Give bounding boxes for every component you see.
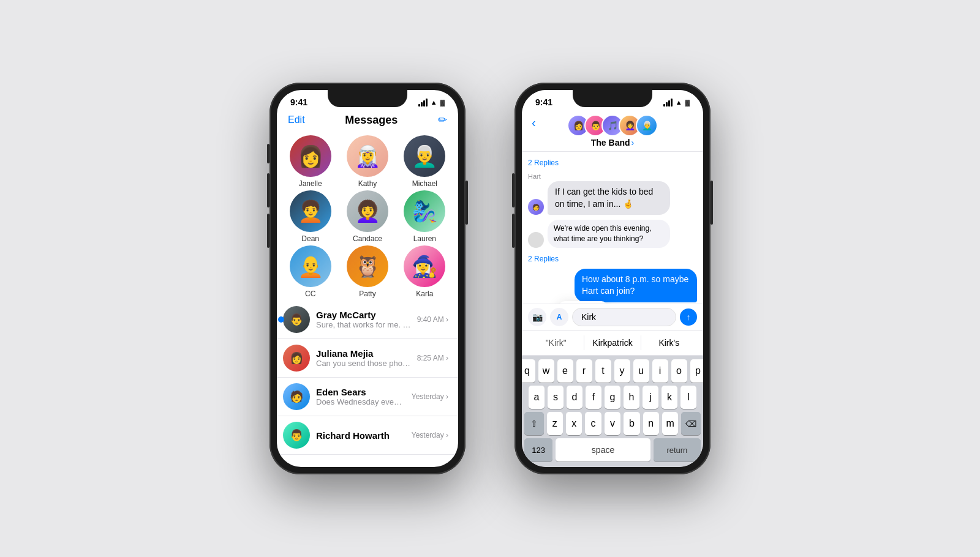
compose-button[interactable]: ✏ xyxy=(438,113,447,127)
phone-1: 9:41 ▲ ▓ Edit Messag xyxy=(270,83,466,474)
mute-button-2[interactable] xyxy=(512,214,514,248)
message-time-eden: Yesterday › xyxy=(412,392,448,401)
return-key[interactable]: return xyxy=(654,438,701,462)
pinned-item-michael[interactable]: 👨‍🦳 Michael xyxy=(398,135,452,188)
message-item-eden[interactable]: 🧑 Eden Sears Does Wednesday evening work… xyxy=(277,378,458,416)
message-content-juliana: Juliana Mejia Can you send those photos? xyxy=(316,348,411,368)
group-name: The Band xyxy=(591,138,630,148)
mute-button[interactable] xyxy=(267,214,270,248)
autocomplete-item-kirk-quoted[interactable]: "Kirk" xyxy=(528,335,584,350)
key-r[interactable]: r xyxy=(576,359,592,383)
message-meta-gray: 9:40 AM › xyxy=(417,315,448,324)
pinned-item-janelle[interactable]: 👩 Janelle xyxy=(283,135,337,188)
key-f[interactable]: f xyxy=(586,386,601,409)
sender-name-richard: Richard Howarth xyxy=(316,430,405,441)
power-button[interactable] xyxy=(466,181,468,225)
bubble-anon: We're wide open this evening, what time … xyxy=(548,220,670,248)
avatar-kathy: 🧝‍♀️ xyxy=(347,135,388,177)
keyboard-row-4: 123 space return xyxy=(524,438,701,462)
key-m[interactable]: m xyxy=(662,412,678,435)
avatar-patty: 🦉 xyxy=(347,245,388,287)
message-content-gray: Gray McCarty Sure, that works for me. I … xyxy=(316,310,411,329)
key-v[interactable]: v xyxy=(605,412,620,435)
avatar-eden: 🧑 xyxy=(283,383,310,410)
space-key[interactable]: space xyxy=(556,438,650,462)
pinned-item-kathy[interactable]: 🧝‍♀️ Kathy xyxy=(340,135,394,188)
message-preview-gray: Sure, that works for me. I can call Stev… xyxy=(316,320,411,329)
key-w[interactable]: w xyxy=(538,359,554,383)
avatar-hart-msg: 🧑 xyxy=(528,199,544,215)
edit-button[interactable]: Edit xyxy=(288,114,305,125)
autocomplete-item-kirks[interactable]: Kirk's xyxy=(641,335,697,350)
key-p[interactable]: p xyxy=(690,359,704,383)
message-content-eden: Eden Sears Does Wednesday evening work f… xyxy=(316,387,405,406)
signal-icon-2 xyxy=(663,99,673,107)
key-j[interactable]: j xyxy=(643,386,658,409)
key-a[interactable]: a xyxy=(529,386,545,409)
numbers-key[interactable]: 123 xyxy=(524,438,552,462)
key-z[interactable]: z xyxy=(547,412,563,435)
mention-popup[interactable]: 👨 Kirk xyxy=(559,301,608,304)
pinned-item-patty[interactable]: 🦉 Patty xyxy=(340,245,394,298)
key-d[interactable]: d xyxy=(567,386,582,409)
back-button[interactable]: ‹ xyxy=(532,116,536,130)
key-o[interactable]: o xyxy=(671,359,687,383)
key-h[interactable]: h xyxy=(624,386,639,409)
key-s[interactable]: s xyxy=(548,386,564,409)
message-meta-richard: Yesterday › xyxy=(412,431,448,439)
volume-up-button[interactable] xyxy=(267,144,270,163)
wifi-icon: ▲ xyxy=(431,99,437,106)
message-item-richard[interactable]: 👨 Richard Howarth Yesterday › xyxy=(277,416,458,455)
key-y[interactable]: y xyxy=(614,359,630,383)
group-chevron[interactable]: › xyxy=(631,138,635,148)
avatar-richard: 👨 xyxy=(283,422,310,449)
message-hart: Hart 🧑 If I can get the kids to bed on t… xyxy=(528,173,697,215)
keyboard: q w e r t y u i o p a xyxy=(522,356,703,467)
group-name-row[interactable]: The Band › xyxy=(591,138,634,148)
message-meta-eden: Yesterday › xyxy=(412,392,448,401)
key-q[interactable]: q xyxy=(522,359,535,383)
key-c[interactable]: c xyxy=(585,412,601,435)
status-time-1: 9:41 xyxy=(290,97,307,107)
key-x[interactable]: x xyxy=(566,412,582,435)
appstore-button[interactable]: A xyxy=(550,308,568,326)
pinned-label-cc: CC xyxy=(305,290,315,298)
power-button-2[interactable] xyxy=(710,181,713,225)
pinned-item-dean[interactable]: 🧑‍🦱 Dean xyxy=(283,190,337,243)
message-item-juliana[interactable]: 👩 Juliana Mejia Can you send those photo… xyxy=(277,339,458,378)
bubble-hart: If I can get the kids to bed on time, I … xyxy=(548,181,670,215)
key-i[interactable]: i xyxy=(652,359,668,383)
pinned-item-lauren[interactable]: 🧞‍♀️ Lauren xyxy=(398,190,452,243)
pinned-item-cc[interactable]: 🧑‍🦲 CC xyxy=(283,245,337,298)
group-avatars[interactable]: 👩 👨 🎵 👩‍🦱 👨‍🦳 xyxy=(567,114,658,136)
volume-down-button-2[interactable] xyxy=(512,173,514,207)
volume-down-button[interactable] xyxy=(267,173,270,207)
key-n[interactable]: n xyxy=(643,412,659,435)
key-b[interactable]: b xyxy=(624,412,639,435)
pinned-item-candace[interactable]: 👩‍🦱 Candace xyxy=(340,190,394,243)
signal-icon xyxy=(418,99,428,107)
key-l[interactable]: l xyxy=(680,386,696,409)
camera-button[interactable]: 📷 xyxy=(528,308,546,326)
key-t[interactable]: t xyxy=(595,359,611,383)
battery-icon-2: ▓ xyxy=(685,99,690,106)
avatar-michael: 👨‍🦳 xyxy=(404,135,445,177)
conversation-header: ‹ 👩 👨 🎵 👩‍🦱 👨‍🦳 The Band › xyxy=(522,112,703,152)
pinned-item-karla[interactable]: 🧙‍♀️ Karla xyxy=(398,245,452,298)
key-k[interactable]: k xyxy=(662,386,677,409)
message-input[interactable]: Kirk xyxy=(572,308,676,326)
key-u[interactable]: u xyxy=(633,359,649,383)
delete-key[interactable]: ⌫ xyxy=(681,412,701,435)
send-button[interactable]: ↑ xyxy=(680,308,697,326)
message-item-gray[interactable]: 👨 Gray McCarty Sure, that works for me. … xyxy=(277,301,458,339)
replies-label-2: 2 Replies xyxy=(528,253,697,264)
avatar-juliana: 👩 xyxy=(283,345,310,372)
key-e[interactable]: e xyxy=(557,359,573,383)
message-meta-juliana: 8:25 AM › xyxy=(417,354,448,362)
shift-key[interactable]: ⇧ xyxy=(524,412,544,435)
avatar-gray: 👨 xyxy=(283,306,310,333)
key-g[interactable]: g xyxy=(605,386,620,409)
autocomplete-item-kirkpatrick[interactable]: Kirkpatrick xyxy=(584,335,641,350)
message-anon: We're wide open this evening, what time … xyxy=(528,220,697,248)
pinned-label-dean: Dean xyxy=(301,234,319,243)
